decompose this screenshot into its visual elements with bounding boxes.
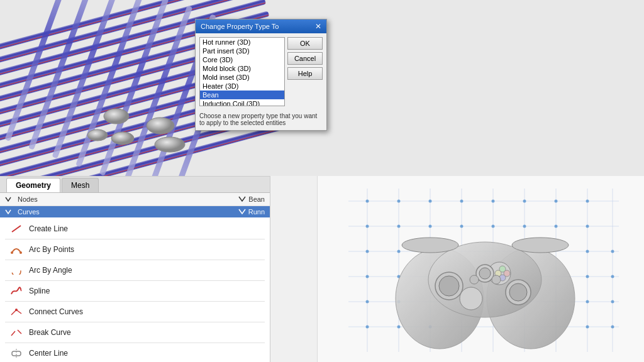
- property-type-item[interactable]: Induction Coil (3D): [200, 99, 284, 106]
- menu-item-arc-angle[interactable]: Arc By Angle: [0, 261, 270, 279]
- menu-divider: [5, 280, 265, 281]
- svg-point-69: [397, 250, 401, 253]
- break-icon: [10, 327, 23, 337]
- svg-point-68: [366, 250, 369, 253]
- svg-point-64: [492, 225, 495, 228]
- node-arrow-icon: [5, 196, 11, 202]
- svg-point-94: [499, 266, 506, 272]
- svg-rect-15: [52, 0, 122, 158]
- svg-rect-14: [28, 0, 98, 150]
- menu-item-label: Center Line: [29, 349, 68, 358]
- svg-point-88: [435, 272, 463, 300]
- svg-point-53: [397, 200, 401, 203]
- bean-label: Bean: [248, 195, 265, 203]
- svg-point-95: [504, 270, 510, 277]
- svg-point-102: [470, 275, 479, 284]
- svg-rect-17: [99, 0, 169, 176]
- svg-point-87: [428, 242, 541, 317]
- svg-point-84: [611, 326, 614, 329]
- svg-point-82: [429, 326, 432, 329]
- svg-point-93: [488, 262, 511, 285]
- svg-point-71: [611, 250, 614, 253]
- svg-point-70: [586, 250, 589, 253]
- toolbar-row-nodes: Nodes Bean: [0, 193, 270, 206]
- menu-item-label: Create Line: [29, 224, 68, 233]
- menu-item-line[interactable]: Create Line: [0, 220, 270, 238]
- controller-viewport: [317, 176, 644, 362]
- svg-point-59: [586, 200, 589, 203]
- controller-svg: [317, 176, 644, 362]
- bean-arrow-icon: [238, 195, 246, 203]
- tab-mesh[interactable]: Mesh: [62, 178, 99, 192]
- svg-point-98: [402, 238, 458, 253]
- menu-divider: [5, 260, 265, 260]
- property-type-item[interactable]: Heater (3D): [200, 82, 284, 90]
- nodes-label: Nodes: [18, 195, 38, 203]
- menu-item-break[interactable]: Break Curve: [0, 324, 270, 341]
- cancel-button[interactable]: Cancel: [287, 52, 323, 65]
- property-type-item[interactable]: Core (3D): [200, 55, 284, 64]
- svg-point-89: [439, 276, 459, 296]
- svg-rect-13: [4, 0, 74, 141]
- svg-point-54: [429, 200, 432, 203]
- help-button[interactable]: Help: [287, 67, 323, 80]
- svg-point-66: [555, 225, 558, 228]
- ok-button[interactable]: OK: [287, 37, 323, 50]
- menu-item-label: Arc By Points: [29, 245, 74, 254]
- svg-point-103: [492, 275, 501, 284]
- property-type-list[interactable]: Hot runner (3D)Part insert (3D)Core (3D)…: [199, 37, 285, 106]
- property-type-item[interactable]: Mold block (3D): [200, 64, 284, 73]
- svg-point-101: [479, 268, 491, 279]
- dialog-body: Hot runner (3D)Part insert (3D)Core (3D)…: [196, 33, 326, 130]
- property-type-item[interactable]: Mold inset (3D): [200, 73, 284, 82]
- menu-divider: [5, 301, 265, 302]
- dialog-title-bar[interactable]: Change Property Type To ✕: [196, 19, 326, 33]
- svg-point-83: [586, 326, 589, 329]
- runner-arrow-icon: [238, 208, 246, 216]
- menu-item-center-line[interactable]: Center Line: [0, 344, 270, 362]
- svg-point-72: [366, 275, 369, 278]
- svg-point-27: [11, 251, 13, 254]
- toolbar-tabs: Geometry Mesh: [0, 177, 270, 193]
- svg-point-90: [506, 280, 531, 305]
- svg-point-57: [523, 200, 526, 203]
- svg-point-96: [499, 275, 506, 281]
- svg-point-99: [512, 238, 569, 253]
- dialog-close-button[interactable]: ✕: [315, 22, 321, 31]
- svg-point-65: [523, 225, 526, 228]
- curves-arrow-icon: [5, 209, 11, 215]
- svg-point-73: [397, 275, 401, 278]
- tab-geometry[interactable]: Geometry: [6, 178, 60, 192]
- svg-point-86: [487, 248, 575, 349]
- menu-item-label: Spline: [29, 287, 50, 295]
- svg-rect-16: [75, 0, 145, 167]
- arc-angle-icon: [10, 265, 23, 275]
- center-line-icon: [10, 348, 23, 358]
- svg-line-26: [12, 226, 21, 232]
- svg-point-75: [611, 275, 614, 278]
- menu-item-label: Break Curve: [29, 328, 71, 337]
- change-property-dialog: Change Property Type To ✕ Hot runner (3D…: [195, 19, 327, 131]
- svg-point-61: [397, 225, 401, 228]
- svg-point-80: [366, 326, 369, 329]
- svg-point-21: [104, 109, 129, 124]
- menu-item-arc-points[interactable]: Arc By Points: [0, 241, 270, 258]
- menu-divider: [5, 343, 265, 343]
- menu-divider: [5, 322, 265, 322]
- menu-divider: [5, 239, 265, 239]
- property-type-item[interactable]: Hot runner (3D): [200, 38, 284, 47]
- svg-point-29: [12, 267, 21, 275]
- svg-point-28: [19, 251, 22, 254]
- svg-point-55: [460, 200, 464, 203]
- svg-point-22: [147, 118, 174, 134]
- property-type-item[interactable]: Part insert (3D): [200, 47, 284, 55]
- toolbar-row-curves[interactable]: Curves Runn: [0, 206, 270, 217]
- svg-point-60: [366, 225, 369, 228]
- svg-point-85: [396, 248, 484, 349]
- svg-point-100: [476, 265, 494, 282]
- menu-item-spline[interactable]: Spline: [0, 282, 270, 300]
- menu-item-connect[interactable]: Connect Curves: [0, 303, 270, 321]
- runner-label: Runn: [248, 208, 265, 216]
- property-type-item[interactable]: Bean: [200, 90, 284, 99]
- svg-point-81: [397, 326, 401, 329]
